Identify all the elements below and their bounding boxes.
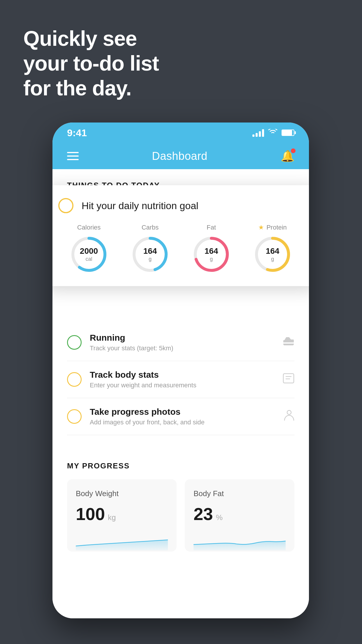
nutrition-fat: Fat 164 g [192, 224, 230, 273]
task-content-photos: Take progress photos Add images of your … [90, 407, 276, 426]
wifi-icon [268, 128, 277, 137]
scale-icon [283, 373, 294, 386]
body-weight-value: 100 [76, 504, 105, 524]
fat-label: Fat [207, 224, 216, 231]
task-subtitle-running: Track your stats (target: 5km) [90, 344, 275, 352]
calories-label: Calories [77, 224, 101, 231]
task-circle-running [67, 335, 82, 350]
task-circle-photos [67, 409, 82, 424]
body-fat-chart [194, 533, 286, 550]
body-weight-unit: kg [108, 513, 116, 522]
task-content-bodystats: Track body stats Enter your weight and m… [90, 370, 275, 389]
task-body-stats[interactable]: Track body stats Enter your weight and m… [67, 361, 294, 398]
body-weight-chart [76, 533, 168, 550]
person-icon [284, 410, 294, 424]
task-photos[interactable]: Take progress photos Add images of your … [67, 398, 294, 435]
protein-label: Protein [266, 224, 287, 231]
task-content-running: Running Track your stats (target: 5km) [90, 333, 275, 352]
progress-card-fat: Body Fat 23 % [185, 479, 294, 552]
nutrition-check-circle [58, 198, 73, 213]
nutrition-protein: ★ Protein 164 g [254, 224, 291, 273]
battery-icon [282, 130, 294, 136]
notification-dot [291, 148, 296, 153]
status-icons [252, 128, 294, 137]
carbs-label: Carbs [142, 224, 159, 231]
body-fat-title: Body Fat [194, 489, 286, 498]
carbs-value: 164 [143, 246, 157, 256]
task-subtitle-photos: Add images of your front, back, and side [90, 419, 276, 426]
nutrition-calories: Calories 2000 cal [70, 224, 108, 273]
hero-line3: for the day. [23, 76, 159, 101]
svg-point-11 [287, 410, 291, 414]
calories-circle: 2000 cal [70, 235, 108, 273]
task-circle-bodystats [67, 372, 82, 387]
status-time: 9:41 [67, 127, 87, 139]
star-icon: ★ [258, 224, 264, 231]
nutrition-row: Calories 2000 cal Carbs [58, 224, 303, 273]
carbs-circle: 164 g [131, 235, 169, 273]
task-running[interactable]: Running Track your stats (target: 5km) [67, 324, 294, 361]
shoe-icon [283, 336, 294, 349]
status-bar: 9:41 [52, 123, 309, 143]
svg-rect-8 [283, 374, 294, 383]
fat-value: 164 [205, 246, 218, 256]
body-weight-title: Body Weight [76, 489, 168, 498]
notification-bell[interactable]: 🔔 [281, 150, 294, 162]
hero-line1: Quickly see [23, 26, 159, 51]
progress-card-weight: Body Weight 100 kg [67, 479, 177, 552]
hero-text: Quickly see your to-do list for the day. [23, 26, 159, 101]
task-list: Running Track your stats (target: 5km) T… [52, 324, 309, 435]
nav-title: Dashboard [152, 150, 207, 162]
progress-cards: Body Weight 100 kg [67, 479, 294, 552]
body-fat-unit: % [216, 513, 223, 522]
phone-mockup: 9:41 Dashboard 🔔 THINGS TO [52, 123, 309, 618]
hamburger-menu[interactable] [67, 152, 79, 160]
task-title-photos: Take progress photos [90, 407, 276, 417]
protein-circle: 164 g [254, 235, 291, 273]
calories-value: 2000 [80, 246, 98, 256]
progress-section: MY PROGRESS Body Weight 100 kg [52, 447, 309, 552]
hero-line2: your to-do list [23, 51, 159, 76]
task-subtitle-bodystats: Enter your weight and measurements [90, 382, 275, 389]
progress-header: MY PROGRESS [67, 461, 294, 470]
nutrition-carbs: Carbs 164 g [131, 224, 169, 273]
nutrition-card-title: Hit your daily nutrition goal [82, 200, 198, 211]
task-title-running: Running [90, 333, 275, 343]
nav-bar: Dashboard 🔔 [52, 143, 309, 169]
body-fat-value: 23 [194, 504, 213, 524]
fat-circle: 164 g [192, 235, 230, 273]
protein-value: 164 [266, 246, 280, 256]
nutrition-card: Hit your daily nutrition goal Calories 2… [52, 185, 309, 286]
phone-content: THINGS TO DO TODAY Hit your daily nutrit… [52, 169, 309, 618]
task-title-bodystats: Track body stats [90, 370, 275, 380]
signal-icon [252, 129, 264, 137]
